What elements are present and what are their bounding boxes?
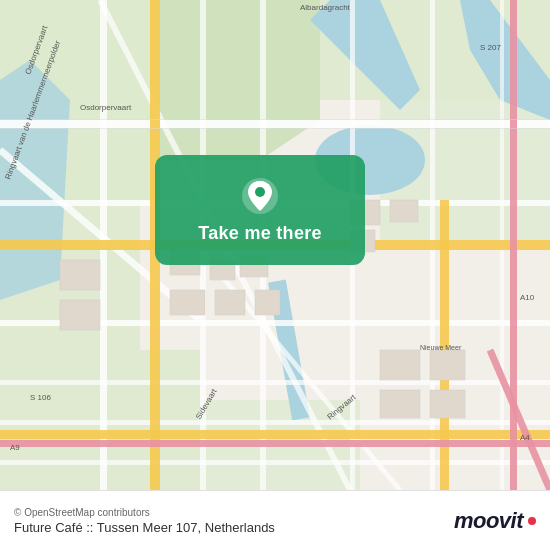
svg-rect-44 — [390, 200, 418, 222]
svg-marker-3 — [160, 0, 320, 160]
svg-text:Nieuwe Meer: Nieuwe Meer — [420, 344, 462, 351]
svg-rect-32 — [0, 440, 550, 447]
svg-text:S 207: S 207 — [480, 43, 501, 52]
svg-text:A10: A10 — [520, 293, 535, 302]
svg-rect-13 — [0, 120, 550, 128]
svg-text:Albardagracht: Albardagracht — [300, 3, 351, 12]
location-name: Future Café :: Tussen Meer 107, Netherla… — [14, 520, 275, 535]
svg-point-66 — [255, 187, 265, 197]
svg-rect-46 — [380, 350, 420, 380]
svg-rect-49 — [430, 390, 465, 418]
attribution-text: © OpenStreetMap contributors — [14, 507, 275, 518]
bottom-bar: © OpenStreetMap contributors Future Café… — [0, 490, 550, 550]
moovit-text: moovit — [454, 508, 523, 534]
location-pin-icon — [241, 177, 279, 215]
svg-rect-36 — [0, 128, 550, 129]
svg-rect-29 — [0, 430, 550, 439]
svg-rect-51 — [60, 300, 100, 330]
svg-rect-50 — [60, 260, 100, 290]
svg-rect-42 — [255, 290, 280, 315]
svg-text:Osdorpervaart: Osdorpervaart — [80, 103, 132, 112]
moovit-logo: moovit — [454, 508, 536, 534]
svg-text:A9: A9 — [10, 443, 20, 452]
svg-text:S 106: S 106 — [30, 393, 51, 402]
button-label: Take me there — [198, 223, 322, 244]
svg-rect-40 — [170, 290, 205, 315]
svg-rect-18 — [0, 460, 550, 465]
take-me-there-button[interactable]: Take me there — [155, 155, 365, 265]
svg-rect-35 — [0, 119, 550, 120]
svg-rect-17 — [0, 420, 550, 425]
bottom-info: © OpenStreetMap contributors Future Café… — [14, 507, 275, 535]
svg-rect-16 — [0, 380, 550, 385]
svg-rect-47 — [430, 350, 465, 380]
svg-rect-48 — [380, 390, 420, 418]
moovit-dot — [528, 517, 536, 525]
svg-rect-41 — [215, 290, 245, 315]
svg-text:A4: A4 — [520, 433, 530, 442]
